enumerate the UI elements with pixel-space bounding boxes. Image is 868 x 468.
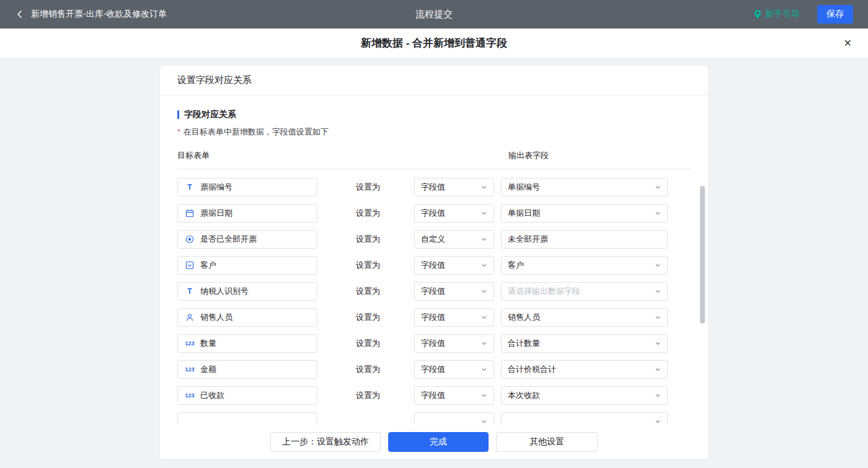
mapping-row: 销售人员设置为字段值销售人员	[177, 308, 691, 327]
set-as-label: 设置为	[356, 182, 414, 193]
set-as-label: 设置为	[356, 364, 414, 375]
set-as-label: 设置为	[356, 234, 414, 245]
output-field-select[interactable]	[501, 412, 668, 425]
value-mode-label: 自定义	[421, 234, 445, 245]
target-field-label: 是否已全部开票	[200, 234, 257, 245]
set-as-label: 设置为	[356, 312, 414, 323]
scrollbar-thumb[interactable]	[700, 186, 705, 324]
done-button[interactable]: 完成	[388, 432, 489, 452]
set-as-label: 设置为	[356, 390, 414, 401]
value-mode-select[interactable]: 字段值	[414, 256, 494, 275]
mapping-row: T纳税人识别号设置为字段值请选择输出数据字段	[177, 282, 691, 301]
value-mode-select[interactable]: 字段值	[414, 308, 494, 327]
target-field	[177, 412, 317, 425]
map-pin-icon	[753, 9, 762, 19]
output-field-label: 客户	[508, 260, 524, 271]
output-value-input[interactable]: 未全部开票	[501, 230, 668, 249]
select-field-icon	[184, 261, 195, 270]
output-field-select[interactable]: 请选择输出数据字段	[501, 282, 668, 301]
mapping-row: T票据编号设置为字段值单据编号	[177, 178, 691, 196]
card-footer: 上一步：设置触发动作 完成 其他设置	[160, 425, 708, 459]
chevron-down-icon	[655, 184, 661, 190]
target-field-label: 客户	[200, 260, 216, 271]
chevron-down-icon	[655, 366, 661, 373]
output-field-label: 合计价税合计	[508, 364, 556, 375]
target-field: 123数量	[177, 334, 317, 353]
set-as-label: 设置为	[356, 338, 414, 349]
output-field-select[interactable]: 合计数量	[501, 334, 668, 353]
target-field-label: 已收款	[200, 390, 224, 401]
output-field-label: 销售人员	[508, 312, 540, 323]
target-field-label: 纳税人识别号	[200, 286, 249, 297]
card-body: 字段对应关系 * 在目标表单中新增数据，字段值设置如下 目标表单 输出表字段 T…	[160, 95, 708, 425]
number-field-icon: 123	[184, 366, 195, 373]
output-field-select[interactable]: 本次收款	[501, 386, 668, 405]
close-icon[interactable]: ✕	[844, 38, 852, 48]
set-as-label: 设置为	[356, 260, 414, 271]
previous-step-button[interactable]: 上一步：设置触发动作	[270, 432, 381, 452]
output-field-select[interactable]: 销售人员	[501, 308, 668, 327]
value-mode-label: 字段值	[421, 390, 445, 401]
section-title: 字段对应关系	[177, 109, 691, 120]
mapping-row	[177, 412, 691, 425]
beginner-guide-label: 新手引导	[765, 9, 800, 20]
value-mode-select[interactable]: 字段值	[414, 282, 494, 301]
value-mode-select[interactable]: 字段值	[414, 204, 494, 223]
number-field-icon: 123	[184, 340, 195, 347]
date-field-icon	[184, 209, 195, 218]
target-field-label: 票据编号	[200, 182, 232, 193]
mapping-hint: * 在目标表单中新增数据，字段值设置如下	[177, 126, 691, 138]
value-mode-select[interactable]: 字段值	[414, 334, 494, 353]
chevron-down-icon	[481, 288, 487, 294]
text-field-icon: T	[184, 183, 195, 192]
value-mode-label: 字段值	[421, 208, 445, 219]
text-field-icon: T	[184, 287, 195, 296]
other-settings-button[interactable]: 其他设置	[496, 432, 598, 452]
value-mode-label: 字段值	[421, 260, 445, 271]
output-field-select[interactable]: 单据编号	[501, 178, 668, 196]
output-field-select[interactable]: 单据日期	[501, 204, 668, 223]
target-field: T纳税人识别号	[177, 282, 317, 301]
mapping-row: 123金额设置为字段值合计价税合计	[177, 360, 691, 379]
modal-content: 设置字段对应关系 字段对应关系 * 在目标表单中新增数据，字段值设置如下 目标表…	[0, 58, 868, 468]
beginner-guide-button[interactable]: 新手引导	[753, 9, 800, 20]
value-mode-select[interactable]: 自定义	[414, 230, 494, 249]
chevron-down-icon	[481, 392, 487, 399]
section-accent-bar	[177, 110, 179, 119]
value-mode-label: 字段值	[421, 312, 445, 323]
mapping-row: 票据日期设置为字段值单据日期	[177, 204, 691, 223]
column-headers: 目标表单 输出表字段	[177, 150, 691, 169]
chevron-down-icon	[655, 392, 661, 399]
mapping-row: 123数量设置为字段值合计数量	[177, 334, 691, 353]
set-as-label: 设置为	[356, 208, 414, 219]
value-mode-select[interactable]: 字段值	[414, 386, 494, 405]
value-mode-select[interactable]	[414, 412, 494, 425]
save-button[interactable]: 保存	[817, 5, 853, 24]
topbar: 新增销售开票-出库-收款及修改订单 流程提交 新手引导 保存	[0, 0, 868, 29]
chevron-down-icon	[481, 340, 487, 347]
chevron-down-icon	[481, 418, 487, 425]
output-field-label: 请选择输出数据字段	[508, 286, 580, 297]
value-mode-select[interactable]: 字段值	[414, 178, 494, 196]
flow-step-title: 流程提交	[415, 9, 453, 20]
output-field-label: 单据编号	[508, 182, 540, 193]
chevron-down-icon	[481, 366, 487, 373]
output-field-select[interactable]: 客户	[501, 256, 668, 275]
chevron-down-icon	[481, 210, 487, 216]
target-field-label: 金额	[200, 364, 216, 375]
chevron-down-icon	[481, 184, 487, 190]
modal-titlebar: 新增数据 - 合并新增到普通字段 ✕	[0, 29, 868, 58]
chevron-down-icon	[655, 418, 661, 425]
target-field: 销售人员	[177, 308, 317, 327]
output-field-select[interactable]: 合计价税合计	[501, 360, 668, 379]
back-icon[interactable]	[15, 9, 25, 19]
chevron-down-icon	[655, 210, 661, 216]
radio-field-icon	[184, 235, 195, 244]
output-field-label: 单据日期	[508, 208, 540, 219]
set-as-label: 设置为	[356, 286, 414, 297]
target-field: 客户	[177, 256, 317, 275]
value-mode-select[interactable]: 字段值	[414, 360, 494, 379]
target-field-label: 数量	[200, 338, 216, 349]
target-field: 123已收款	[177, 386, 317, 405]
chevron-down-icon	[655, 340, 661, 347]
